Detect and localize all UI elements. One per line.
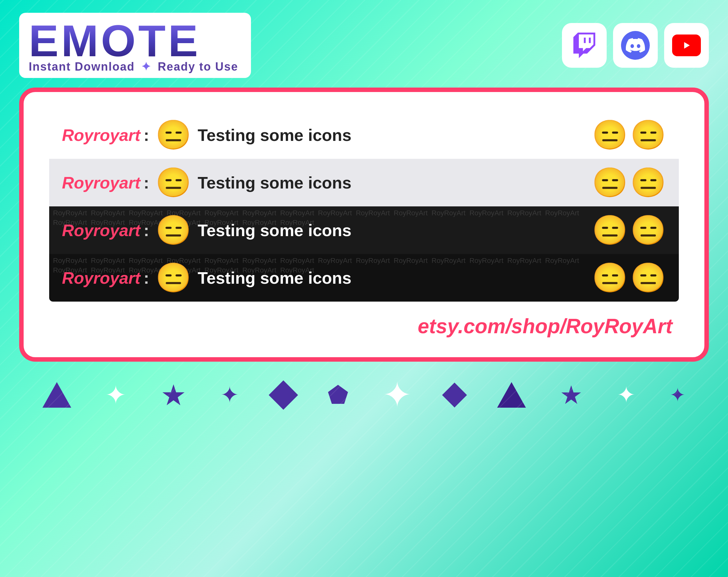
emote-right2-dark1: 😑 [630, 214, 666, 247]
emote-title: EMOTE [29, 19, 201, 63]
chat-text-light-row: Testing some icons [198, 126, 586, 145]
star6-purple-2: ★ [560, 380, 583, 410]
chat-row-dark1: RoyRoyArt RoyRoyArt RoyRoyArt RoyRoyArt … [49, 206, 679, 254]
youtube-icon [672, 34, 701, 56]
colon-dark1-row: : [144, 221, 149, 240]
pink-card: Royroyart : 😑 Testing some icons 😑 😑 Roy… [19, 87, 709, 362]
main-wrapper: EMOTE Instant Download ✦ Ready to Use [0, 0, 728, 577]
star4-white-3: ✦ [617, 382, 636, 408]
subtitle-text1: Instant Download [29, 60, 135, 73]
pentagon-shape-1: ⬟ [328, 381, 348, 409]
subtitle-text2: Ready to Use [158, 60, 238, 73]
chat-row-dark2: RoyRoyArt RoyRoyArt RoyRoyArt RoyRoyArt … [49, 254, 679, 302]
chat-text-dark1-row: Testing some icons [198, 221, 586, 240]
star4-white-1: ✦ [105, 380, 126, 410]
youtube-svg [675, 37, 698, 53]
diamond-icon: ✦ [141, 60, 151, 73]
chat-text-dark2-row: Testing some icons [198, 268, 586, 287]
emote-right2-gray: 😑 [630, 166, 666, 199]
wm-text-5: RoyRoyArt RoyRoyArt RoyRoyArt RoyRoyArt … [318, 256, 579, 265]
triangle-shape-2 [497, 382, 526, 408]
username-dark2: Royroyart [62, 268, 140, 287]
emote-right2-dark2: 😑 [630, 261, 666, 295]
emote-right1-dark1: 😑 [592, 214, 628, 247]
star4-purple-2: ✦ [670, 384, 685, 406]
emote-left-dark1: 😑 [156, 214, 191, 247]
emote-right1-gray: 😑 [592, 166, 628, 199]
chat-row-light: Royroyart : 😑 Testing some icons 😑 😑 [49, 111, 679, 159]
discord-svg [626, 36, 645, 55]
header: EMOTE Instant Download ✦ Ready to Use [0, 0, 728, 87]
diamond-shape-1 [269, 380, 298, 409]
username-gray: Royroyart [62, 173, 140, 192]
twitch-icon-wrap [562, 23, 607, 68]
chat-text-gray-row: Testing some icons [198, 173, 586, 192]
etsy-link: etsy.com/shop/RoyRoyArt [49, 315, 679, 338]
emote-group-light: 😑 😑 [592, 118, 666, 152]
username-dark1: Royroyart [62, 221, 140, 240]
emote-left-dark2: 😑 [156, 261, 191, 295]
emote-left-gray: 😑 [156, 166, 191, 199]
emote-right1-dark2: 😑 [592, 261, 628, 295]
discord-icon [621, 31, 650, 60]
emote-group-dark2: 😑 😑 [592, 261, 666, 295]
username-light: Royroyart [62, 126, 140, 145]
youtube-icon-wrap [664, 23, 709, 68]
emote-group-gray: 😑 😑 [592, 166, 666, 199]
triangle-shape-1 [43, 382, 71, 408]
etsy-url: etsy.com/shop/RoyRoyArt [418, 315, 672, 338]
discord-icon-wrap [613, 23, 658, 68]
subtitle: Instant Download ✦ Ready to Use [29, 60, 238, 74]
emote-group-dark1: 😑 😑 [592, 214, 666, 247]
chat-row-gray: Royroyart : 😑 Testing some icons 😑 😑 [49, 159, 679, 206]
colon-light-row: : [144, 126, 149, 145]
star4-white-2: ✦ [383, 374, 412, 415]
title-card: EMOTE Instant Download ✦ Ready to Use [19, 13, 251, 78]
colon-dark2-row: : [144, 268, 149, 287]
platform-icons [562, 23, 709, 68]
emote-right2-light: 😑 [630, 118, 666, 152]
emote-right1-light: 😑 [592, 118, 628, 152]
diamond-shape-2 [442, 382, 467, 407]
star4-purple-1: ✦ [220, 382, 239, 408]
wm-text-2: RoyRoyArt RoyRoyArt RoyRoyArt RoyRoyArt … [318, 209, 579, 217]
star6-purple-1: ★ [161, 378, 186, 412]
twitch-icon [572, 32, 597, 58]
chat-container: Royroyart : 😑 Testing some icons 😑 😑 Roy… [49, 111, 679, 302]
colon-gray-row: : [144, 173, 149, 192]
emote-left-light: 😑 [156, 118, 191, 152]
bottom-decorations: ✦ ★ ✦ ⬟ ✦ ★ ✦ ✦ [0, 365, 728, 425]
